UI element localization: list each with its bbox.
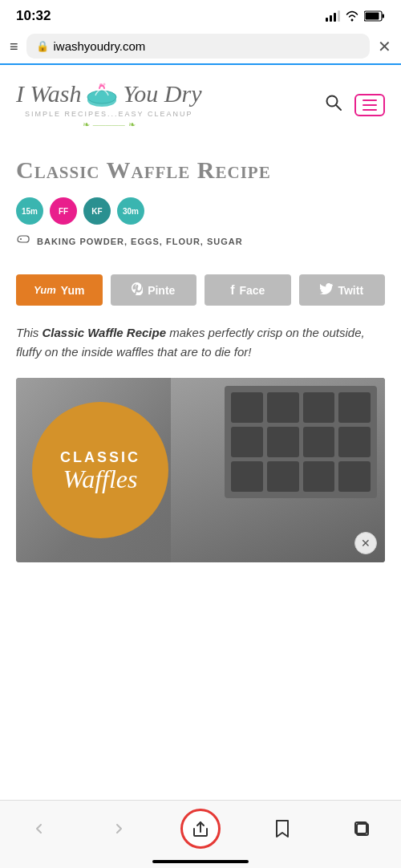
- site-logo[interactable]: I Wash You Dry SIMPLE RECIPES...EASY CLE…: [16, 79, 202, 130]
- site-header: I Wash You Dry SIMPLE RECIPES...EASY CLE…: [0, 65, 401, 140]
- facebook-label: Face: [239, 284, 265, 297]
- bottom-nav: [0, 800, 401, 868]
- twitter-icon: [320, 283, 333, 297]
- share-button[interactable]: [180, 809, 221, 849]
- badge-kf[interactable]: KF: [83, 197, 111, 225]
- tags-row: BAKING POWDER, EGGS, FLOUR, SUGAR: [16, 233, 385, 250]
- pinterest-share-button[interactable]: Pinte: [111, 274, 197, 306]
- main-content: Classic Waffle Recipe 15m FF KF 30m BAKI…: [0, 140, 401, 562]
- recipe-image: CLASSIC Waffles ✕: [16, 378, 385, 562]
- badge-30m[interactable]: 30m: [117, 197, 144, 225]
- yummly-label: Yum: [61, 284, 85, 297]
- home-indicator: [152, 860, 249, 863]
- logo-text-2: You Dry: [123, 82, 201, 106]
- url-text: iwashyoudry.com: [54, 39, 146, 53]
- browser-menu-icon[interactable]: ≡: [10, 39, 18, 54]
- waffle-grid: [225, 386, 377, 498]
- svg-point-6: [99, 83, 103, 87]
- svg-point-7: [103, 83, 106, 86]
- tag-icon: [16, 233, 30, 250]
- pinterest-icon: [132, 282, 143, 298]
- header-icons: [324, 93, 385, 117]
- browser-url-bar[interactable]: 🔒 iwashyoudry.com: [26, 34, 370, 59]
- yummly-share-button[interactable]: Yum Yum: [16, 274, 103, 306]
- svg-line-9: [336, 105, 341, 110]
- tabs-button[interactable]: [344, 811, 379, 846]
- image-close-button[interactable]: ✕: [354, 532, 377, 554]
- svg-rect-2: [366, 13, 379, 20]
- logo-main: I Wash You Dry: [16, 79, 202, 108]
- menu-icon: [363, 99, 377, 111]
- status-icons: [326, 10, 385, 22]
- recipe-description: This Classic Waffle Recipe makes perfect…: [16, 323, 385, 362]
- badge-ff[interactable]: FF: [50, 197, 77, 225]
- image-background: CLASSIC Waffles: [16, 378, 385, 562]
- circle-classic-text: CLASSIC: [60, 449, 140, 466]
- bookmark-button[interactable]: [265, 811, 300, 846]
- badges-row: 15m FF KF 30m: [16, 197, 385, 225]
- twitter-label: Twitt: [338, 284, 363, 297]
- status-bar: 10:32: [0, 0, 401, 29]
- back-button[interactable]: [22, 811, 57, 846]
- badge-15m[interactable]: 15m: [16, 197, 43, 225]
- lock-icon: 🔒: [36, 40, 49, 52]
- share-buttons: Yum Yum Pinte f Face Twitt: [16, 274, 385, 306]
- battery-icon: [364, 10, 385, 22]
- forward-button[interactable]: [101, 811, 136, 846]
- pinterest-label: Pinte: [148, 284, 175, 297]
- signal-bars-icon: [326, 10, 340, 22]
- logo-decoration: ❧ ————— ❧: [16, 120, 202, 130]
- svg-rect-1: [383, 14, 385, 18]
- twitter-share-button[interactable]: Twitt: [299, 274, 386, 306]
- description-bold: Classic Waffle Recipe: [43, 326, 167, 339]
- logo-text-1: I Wash: [16, 82, 81, 106]
- recipe-title: Classic Waffle Recipe: [16, 156, 385, 185]
- logo-bowl-icon: [84, 79, 119, 108]
- search-icon[interactable]: [324, 93, 343, 117]
- waffle-iron-bg: [171, 378, 385, 562]
- golden-circle: CLASSIC Waffles: [32, 402, 168, 538]
- svg-point-10: [20, 238, 22, 240]
- browser-close-button[interactable]: ✕: [378, 37, 391, 56]
- circle-waffles-text: Waffles: [63, 466, 137, 492]
- wifi-icon: [345, 10, 359, 22]
- tags-text: BAKING POWDER, EGGS, FLOUR, SUGAR: [37, 237, 243, 246]
- status-time: 10:32: [16, 8, 51, 24]
- menu-button[interactable]: [354, 94, 385, 116]
- facebook-icon: f: [230, 283, 234, 298]
- yummly-icon: Yum: [34, 284, 56, 296]
- browser-bar: ≡ 🔒 iwashyoudry.com ✕: [0, 29, 401, 65]
- logo-tagline: SIMPLE RECIPES...EASY CLEANUP: [16, 110, 202, 118]
- description-pre: This: [16, 326, 43, 339]
- facebook-share-button[interactable]: f Face: [205, 274, 291, 306]
